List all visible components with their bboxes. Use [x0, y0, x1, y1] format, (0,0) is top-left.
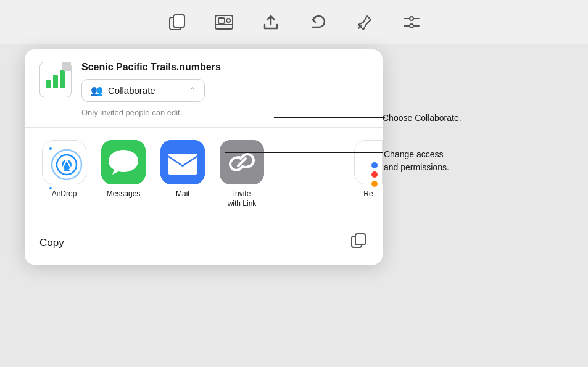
share-item-airdrop[interactable]: AirDrop [39, 140, 89, 199]
airdrop-circles [49, 147, 79, 177]
dot-red [371, 171, 378, 178]
svg-rect-3 [218, 18, 225, 23]
mail-label: Mail [176, 189, 189, 199]
dot-blue [371, 162, 378, 168]
annotation-text-access: Change accessand permissions. [384, 148, 449, 174]
filter-toolbar-icon[interactable] [400, 11, 423, 33]
invite-link-label: Invitewith Link [228, 189, 257, 208]
svg-rect-19 [168, 154, 197, 175]
copy-button-icon [350, 233, 368, 254]
copy-toolbar-icon[interactable] [166, 11, 188, 33]
svg-point-5 [226, 19, 230, 22]
partial-item[interactable]: Re [354, 140, 383, 198]
svg-rect-1 [173, 15, 184, 27]
airdrop-label: AirDrop [52, 189, 77, 199]
messages-icon [101, 140, 146, 184]
pin-toolbar-icon[interactable] [354, 11, 376, 33]
file-name: Scenic Pacific Trails.numbers [81, 62, 368, 73]
share-panel: Scenic Pacific Trails.numbers 👥 Collabor… [25, 49, 383, 265]
share-item-mail[interactable]: Mail [158, 140, 207, 199]
file-info: Scenic Pacific Trails.numbers 👥 Collabor… [81, 62, 368, 117]
share-section: AirDrop Messages [25, 128, 383, 221]
svg-rect-23 [355, 234, 365, 245]
media-toolbar-icon[interactable] [213, 11, 235, 33]
partial-label: Re [363, 189, 373, 198]
copy-label: Copy [39, 237, 64, 249]
svg-point-16 [64, 169, 70, 171]
svg-point-13 [62, 160, 72, 170]
bar-3 [60, 70, 65, 88]
invite-link-icon [220, 140, 264, 184]
toolbar [0, 0, 588, 44]
dot-orange [371, 181, 378, 187]
file-section: Scenic Pacific Trails.numbers 👥 Collabor… [25, 49, 383, 128]
messages-label: Messages [107, 189, 141, 199]
partial-icon [354, 140, 383, 184]
share-item-messages[interactable]: Messages [99, 140, 148, 199]
copy-section[interactable]: Copy [25, 221, 383, 265]
file-icon [39, 62, 72, 97]
undo-toolbar-icon[interactable] [307, 11, 329, 33]
annotation-text-collaborate: Choose Collaborate. [383, 113, 462, 123]
mail-icon [160, 140, 205, 184]
airdrop-icon [42, 140, 86, 184]
chevron-icon: ⌃ [189, 86, 196, 95]
file-icon-bars [46, 71, 65, 88]
share-items: AirDrop Messages [39, 140, 368, 208]
annotation-line-collaborate [274, 117, 385, 118]
collaborate-label: Collaborate [108, 85, 155, 96]
share-item-invite[interactable]: Invitewith Link [217, 140, 267, 208]
people-icon: 👥 [91, 85, 103, 96]
annotation-line-access [225, 152, 383, 153]
collaborate-dropdown[interactable]: 👥 Collaborate ⌃ [81, 79, 205, 102]
scroll-dots [371, 162, 378, 187]
permission-text[interactable]: Only invited people can edit. [81, 108, 368, 117]
bar-2 [53, 75, 58, 88]
share-toolbar-icon[interactable] [260, 11, 282, 33]
bar-1 [46, 80, 51, 88]
